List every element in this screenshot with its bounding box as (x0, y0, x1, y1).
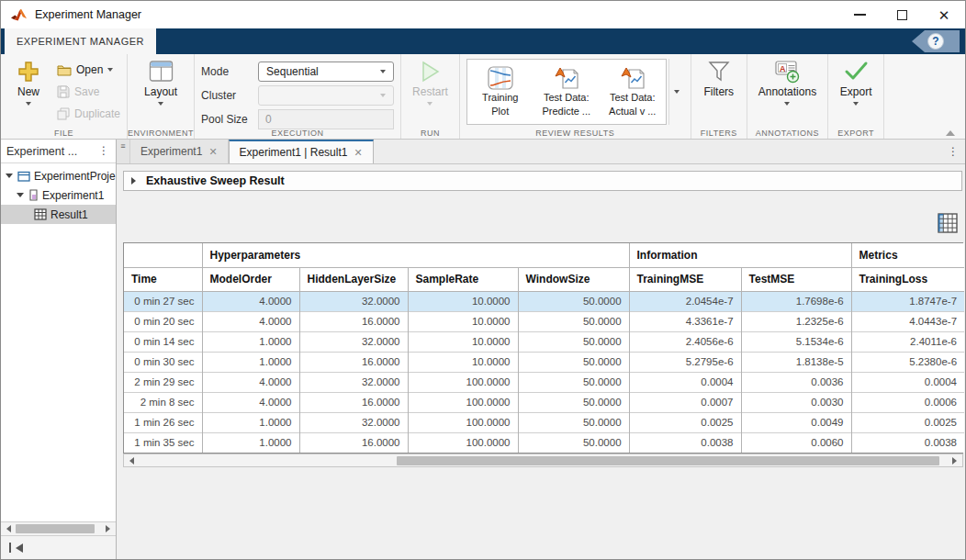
table-cell[interactable]: 1 min 35 sec (124, 432, 202, 453)
table-row[interactable]: 1 min 35 sec1.000016.0000100.000050.0000… (124, 432, 964, 453)
pool-size-input[interactable]: 0 (258, 109, 394, 129)
collapse-panel-button[interactable] (1, 535, 116, 559)
table-cell[interactable]: 32.0000 (299, 412, 408, 432)
table-cell[interactable]: 0 min 27 sec (124, 291, 202, 311)
close-tab-icon[interactable]: ✕ (208, 146, 217, 158)
table-cell[interactable]: 50.0000 (518, 331, 629, 352)
tree-expand-icon[interactable] (6, 174, 13, 182)
column-header[interactable]: ModelOrder (202, 267, 299, 291)
table-row[interactable]: 0 min 30 sec1.000016.000010.000050.00005… (124, 352, 964, 372)
column-header[interactable]: HiddenLayerSize (299, 267, 408, 291)
new-button[interactable]: New (7, 59, 50, 125)
column-header[interactable]: TrainingMSE (629, 267, 741, 291)
duplicate-button[interactable]: Duplicate (57, 105, 120, 123)
column-header[interactable]: TestMSE (741, 267, 851, 291)
table-cell[interactable]: 100.0000 (408, 412, 518, 432)
training-plot-button[interactable]: Training Plot (467, 60, 534, 124)
table-cell[interactable]: 2 min 8 sec (124, 392, 202, 412)
layout-button[interactable]: Layout (140, 59, 182, 125)
table-row[interactable]: 0 min 27 sec4.000032.000010.000050.00002… (124, 291, 964, 311)
table-cell[interactable]: 0.0004 (629, 372, 741, 392)
table-row[interactable]: 0 min 20 sec4.000016.000010.000050.00004… (124, 311, 964, 331)
table-cell[interactable]: 5.2795e-6 (629, 352, 741, 372)
minimize-button[interactable] (838, 1, 881, 28)
table-cell[interactable]: 10.0000 (408, 291, 518, 311)
table-horizontal-scrollbar[interactable] (123, 454, 963, 467)
table-cell[interactable]: 4.0000 (202, 311, 299, 331)
table-cell[interactable]: 1.0000 (202, 352, 299, 372)
scroll-right-icon[interactable] (950, 454, 962, 466)
filters-button[interactable]: Filters (698, 59, 740, 125)
tree-item-project[interactable]: ExperimentProje (1, 166, 116, 185)
table-cell[interactable]: 2.4056e-6 (629, 331, 741, 352)
tab-experiment1-result1[interactable]: Experiment1 | Result1 ✕ (229, 140, 374, 163)
table-cell[interactable]: 10.0000 (408, 352, 518, 372)
cluster-select[interactable] (258, 85, 394, 106)
table-cell[interactable]: 5.2380e-6 (851, 352, 964, 372)
column-header[interactable]: Time (124, 267, 202, 291)
table-cell[interactable]: 1.7698e-6 (741, 291, 851, 311)
table-cell[interactable]: 0 min 20 sec (124, 311, 202, 331)
table-cell[interactable]: 1.0000 (202, 432, 299, 453)
scrollbar-thumb[interactable] (16, 524, 95, 533)
table-cell[interactable]: 0.0006 (851, 392, 964, 412)
table-cell[interactable]: 100.0000 (408, 432, 518, 453)
scrollbar-thumb[interactable] (397, 456, 939, 465)
tabstrip-grip-icon[interactable]: ≡ (117, 140, 130, 163)
table-cell[interactable]: 4.0000 (202, 372, 299, 392)
table-cell[interactable]: 0.0025 (629, 412, 741, 432)
table-cell[interactable]: 32.0000 (299, 291, 408, 311)
table-cell[interactable]: 2 min 29 sec (124, 372, 202, 392)
column-header[interactable]: SampleRate (408, 267, 518, 291)
table-cell[interactable]: 0.0025 (851, 412, 964, 432)
test-data-predicted-button[interactable]: Test Data: Predicte ... (534, 60, 600, 124)
panel-kebab-icon[interactable]: ⋮ (97, 148, 110, 154)
table-cell[interactable]: 16.0000 (299, 432, 408, 453)
mode-select[interactable]: Sequential (258, 62, 394, 82)
table-row[interactable]: 0 min 14 sec1.000032.000010.000050.00002… (124, 331, 964, 352)
scroll-right-icon[interactable] (104, 522, 116, 535)
restart-button[interactable]: Restart (408, 59, 453, 125)
tab-experiment1[interactable]: Experiment1 ✕ (130, 140, 229, 163)
table-cell[interactable]: 5.1534e-6 (741, 331, 851, 352)
close-button[interactable]: ✕ (923, 1, 965, 28)
table-cell[interactable]: 100.0000 (408, 392, 518, 412)
annotations-button[interactable]: A Annotations (754, 59, 821, 125)
exhaustive-sweep-section[interactable]: Exhaustive Sweep Result (123, 171, 962, 191)
scroll-left-icon[interactable] (1, 522, 13, 535)
table-cell[interactable]: 1.8747e-7 (851, 291, 964, 311)
table-row[interactable]: 2 min 8 sec4.000016.0000100.000050.00000… (124, 392, 964, 412)
table-cell[interactable]: 0.0038 (629, 432, 741, 453)
table-row[interactable]: 1 min 26 sec1.000032.0000100.000050.0000… (124, 412, 964, 432)
table-cell[interactable]: 0.0004 (851, 372, 964, 392)
table-cell[interactable]: 0.0030 (741, 392, 851, 412)
export-button[interactable]: Export (835, 59, 877, 125)
table-cell[interactable]: 50.0000 (518, 432, 629, 453)
collapse-ribbon-icon[interactable] (946, 126, 955, 136)
table-cell[interactable]: 50.0000 (518, 352, 629, 372)
table-cell[interactable]: 2.4011e-6 (851, 331, 964, 352)
table-cell[interactable]: 1.0000 (202, 412, 299, 432)
table-cell[interactable]: 50.0000 (518, 311, 629, 331)
table-cell[interactable]: 16.0000 (299, 311, 408, 331)
column-header[interactable]: WindowSize (518, 267, 629, 291)
table-row[interactable]: 2 min 29 sec4.000032.0000100.000050.0000… (124, 372, 964, 392)
tab-experiment-manager[interactable]: EXPERIMENT MANAGER (5, 28, 156, 54)
scroll-left-icon[interactable] (124, 454, 136, 466)
table-cell[interactable]: 0 min 14 sec (124, 331, 202, 352)
help-button[interactable]: ? (912, 30, 960, 52)
column-header[interactable]: TrainingLoss (851, 267, 964, 291)
table-cell[interactable]: 4.0000 (202, 392, 299, 412)
tree-expand-icon[interactable] (17, 193, 24, 201)
open-button[interactable]: Open (57, 61, 120, 79)
table-cell[interactable]: 100.0000 (408, 372, 518, 392)
table-cell[interactable]: 50.0000 (518, 291, 629, 311)
table-cell[interactable]: 0.0049 (741, 412, 851, 432)
table-cell[interactable]: 50.0000 (518, 372, 629, 392)
tree-item-experiment1[interactable]: Experiment1 (1, 185, 116, 205)
maximize-button[interactable] (881, 1, 923, 28)
table-cell[interactable]: 32.0000 (299, 331, 408, 352)
tabstrip-kebab-icon[interactable]: ⋮ (941, 140, 965, 163)
close-tab-icon[interactable]: ✕ (354, 147, 362, 159)
table-cell[interactable]: 32.0000 (299, 372, 408, 392)
